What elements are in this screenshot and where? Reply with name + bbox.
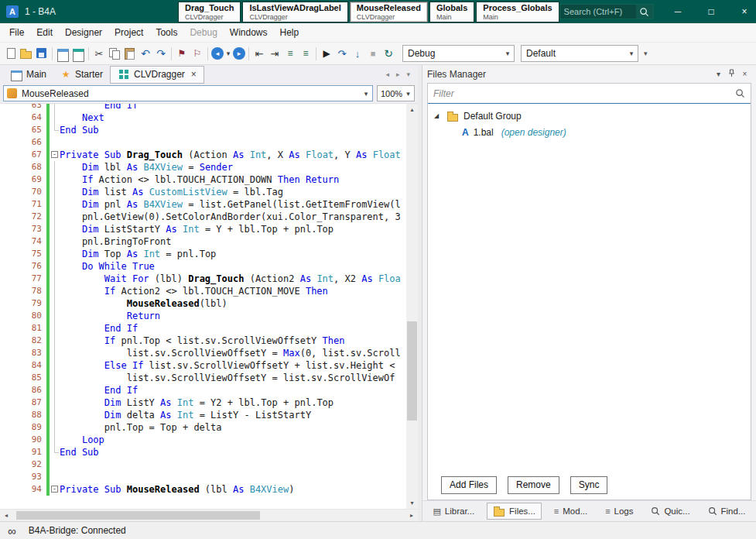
outdent-icon[interactable]: ⇤ — [251, 45, 267, 62]
zoom-dropdown[interactable]: 100% ▾ — [377, 85, 415, 101]
run-icon[interactable]: ▶ — [319, 45, 334, 62]
menu-help[interactable]: Help — [274, 23, 306, 42]
scroll-up-icon[interactable]: ▴ — [406, 104, 418, 115]
tab-clvdragger[interactable]: CLVDragger × — [110, 66, 204, 84]
tree-group-default[interactable]: ◢ Default Group — [428, 108, 751, 124]
vscroll-track[interactable] — [406, 115, 418, 497]
close-button[interactable]: × — [728, 0, 756, 23]
undo-icon[interactable]: ↶ — [138, 45, 153, 62]
new-icon[interactable] — [3, 45, 19, 62]
scroll-tabs-right-icon[interactable]: ▸ — [396, 70, 400, 78]
build-config-dropdown[interactable]: Debug ▾ — [402, 45, 515, 62]
code-line[interactable]: 79 MouseReleased(lbl) — [0, 297, 406, 310]
menu-project[interactable]: Project — [108, 23, 149, 42]
scroll-down-icon[interactable]: ▾ — [406, 497, 418, 509]
open-designer-link[interactable]: (open designer) — [501, 127, 566, 138]
quick-tab-drag-touch[interactable]: Drag_Touch CLVDragger — [178, 2, 241, 22]
redo-icon[interactable]: ↷ — [153, 45, 169, 62]
fold-toggle-icon[interactable]: - — [50, 483, 60, 496]
designer-icon[interactable] — [55, 45, 70, 62]
code-line[interactable]: 94-Private Sub MouseReleased (lbl As B4X… — [0, 483, 406, 496]
step-into-icon[interactable]: ↓ — [350, 45, 365, 62]
back-menu-icon[interactable]: ▾ — [224, 45, 232, 62]
hscroll-track[interactable] — [12, 510, 405, 521]
step-over-icon[interactable]: ↷ — [334, 45, 350, 62]
cut-icon[interactable]: ✂ — [91, 45, 107, 62]
menu-edit[interactable]: Edit — [30, 23, 59, 42]
code-line[interactable]: 89 pnl.Top = Top + delta — [0, 421, 406, 434]
code-line[interactable]: 77 Wait For (lbl) Drag_Touch (Action2 As… — [0, 273, 406, 285]
menu-windows[interactable]: Windows — [224, 23, 274, 42]
scroll-left-icon[interactable]: ◂ — [0, 512, 12, 519]
code-line[interactable]: 84 Else If list.sv.ScrollViewOffsetY + l… — [0, 359, 406, 372]
remove-button[interactable]: Remove — [508, 476, 559, 494]
rebuild-icon[interactable]: ↻ — [381, 45, 396, 62]
code-line[interactable]: 67-Private Sub Drag_Touch (Action As Int… — [0, 149, 406, 161]
code-line[interactable]: 82 If pnl.Top < list.sv.ScrollViewOffset… — [0, 335, 406, 347]
tab-list-chevron-icon[interactable]: ▾ — [406, 70, 410, 78]
code-line[interactable]: 68 Dim lbl As B4XView = Sender — [0, 161, 406, 173]
search-input[interactable] — [560, 7, 636, 16]
code-line[interactable]: 81 End If — [0, 322, 406, 335]
code-line[interactable]: 70 Dim list As CustomListView = lbl.Tag — [0, 186, 406, 198]
forward-icon[interactable]: ▸ — [233, 47, 245, 60]
code-line[interactable]: 91End Sub — [0, 446, 406, 458]
code-line[interactable]: 74 pnl.BringToFront — [0, 235, 406, 248]
comment-icon[interactable]: ≡ — [282, 45, 298, 62]
indent-icon[interactable]: ⇥ — [267, 45, 282, 62]
code-line[interactable]: 86 End If — [0, 384, 406, 397]
editor-horizontal-scrollbar[interactable]: ◂ ▸ — [0, 509, 418, 521]
code-line[interactable]: 83 list.sv.ScrollViewOffsetY = Max(0, li… — [0, 347, 406, 359]
code-line[interactable]: 80 Return — [0, 310, 406, 322]
deploy-config-dropdown[interactable]: Default ▾ — [521, 45, 638, 62]
back-icon[interactable]: ◂ — [211, 47, 224, 60]
toolbar-overflow-button[interactable]: ▾ — [644, 50, 648, 57]
panel-close-icon[interactable]: × — [738, 70, 751, 78]
expander-icon[interactable]: ◢ — [434, 112, 442, 119]
code-line[interactable]: 76 Do While True — [0, 260, 406, 273]
code-line[interactable]: 72 pnl.GetView(0).SetColorAndBorder(xui.… — [0, 211, 406, 223]
tab-files[interactable]: Files... — [487, 503, 542, 520]
close-tab-icon[interactable]: × — [191, 69, 197, 80]
menu-file[interactable]: File — [3, 23, 30, 42]
sync-button[interactable]: Sync — [570, 476, 608, 494]
code-line[interactable]: 75 Dim Top As Int = pnl.Top — [0, 248, 406, 260]
open-icon[interactable] — [19, 45, 34, 62]
fold-toggle-icon[interactable]: - — [50, 149, 60, 161]
copy-icon[interactable] — [107, 45, 122, 62]
tab-quick-search[interactable]: Quic... — [645, 503, 695, 520]
code-line[interactable]: 87 Dim ListY As Int = Y2 + lbl.Top + pnl… — [0, 397, 406, 409]
code-line[interactable]: 69 If Action <> lbl.TOUCH_ACTION_DOWN Th… — [0, 173, 406, 186]
tab-libraries[interactable]: ▤ Librar... — [427, 503, 480, 520]
code-line[interactable]: 63 End If — [0, 104, 406, 112]
uncomment-icon[interactable]: ≡ — [298, 45, 313, 62]
quick-tab-islastviewadraglabel[interactable]: IsLastViewADragLabel CLVDragger — [242, 2, 347, 22]
menu-designer[interactable]: Designer — [59, 23, 108, 42]
tab-starter[interactable]: ★ Starter — [53, 66, 110, 84]
code-line[interactable]: 85 list.sv.ScrollViewOffsetY = list.sv.S… — [0, 372, 406, 384]
pin-icon[interactable] — [725, 69, 738, 79]
paste-icon[interactable] — [122, 45, 138, 62]
stop-icon[interactable]: ■ — [365, 45, 381, 62]
code-line[interactable]: 90 Loop — [0, 434, 406, 446]
scroll-tabs-left-icon[interactable]: ◂ — [385, 70, 389, 78]
vscroll-thumb[interactable] — [407, 321, 417, 421]
modules-icon[interactable] — [70, 45, 86, 62]
member-dropdown[interactable]: MouseReleased ▾ — [3, 85, 373, 101]
quick-tab-globals[interactable]: Globals Main — [429, 2, 474, 22]
code-line[interactable]: 92 — [0, 458, 406, 471]
search-button[interactable] — [636, 5, 653, 19]
scroll-right-icon[interactable]: ▸ — [405, 512, 418, 519]
quick-tab-mousereleased[interactable]: MouseReleased CLVDragger — [350, 2, 428, 22]
tab-logs[interactable]: ≡ Logs — [600, 503, 638, 520]
bookmark-clear-icon[interactable]: ⚐ — [190, 45, 205, 62]
code-line[interactable]: 73 Dim ListStartY As Int = Y + lbl.Top +… — [0, 223, 406, 235]
save-icon[interactable] — [34, 45, 50, 62]
tab-find[interactable]: Find... — [703, 503, 751, 520]
code-line[interactable]: 93 — [0, 471, 406, 483]
filter-input[interactable] — [433, 88, 735, 99]
tab-main[interactable]: Main — [3, 66, 53, 84]
menu-tools[interactable]: Tools — [149, 23, 183, 42]
add-files-button[interactable]: Add Files — [441, 476, 497, 494]
tab-modules[interactable]: ≡ Mod... — [549, 503, 593, 520]
